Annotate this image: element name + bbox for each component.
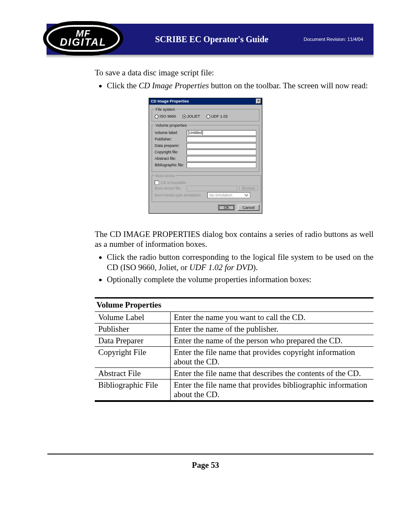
after-bullet-1: Click the radio button corresponding to … bbox=[107, 252, 374, 273]
intro-bullet-1: Click the CD Image Properties button on … bbox=[107, 81, 374, 91]
boot-sector-file-input bbox=[187, 186, 237, 191]
radio-joliet-label: JOLIET bbox=[187, 114, 200, 118]
table-key: Abstract File bbox=[95, 368, 170, 380]
table-row: Volume LabelEnter the name you want to c… bbox=[95, 312, 374, 324]
dialog-title: CD Image Properties bbox=[151, 99, 189, 103]
table-row: Data PreparerEnter the name of the perso… bbox=[95, 335, 374, 347]
guide-title: SCRIBE EC Operator's Guide bbox=[120, 34, 304, 44]
radio-joliet[interactable]: JOLIET bbox=[182, 114, 200, 118]
brand-logo-inner: MF DIGITAL bbox=[47, 25, 120, 52]
bibliographic-file-input[interactable] bbox=[187, 162, 256, 168]
doc-revision: Document Revision: 11/4/04 bbox=[304, 37, 363, 42]
table-key: Publisher bbox=[95, 324, 170, 335]
table-row: PublisherEnter the name of the publisher… bbox=[95, 324, 374, 335]
data-preparer-label: Data preparer: bbox=[155, 143, 185, 148]
radio-udf102-label: UDF 1.02 bbox=[211, 114, 228, 118]
table-value: Enter the file name that describes the c… bbox=[170, 368, 374, 380]
file-system-legend: File system bbox=[155, 107, 176, 112]
close-icon[interactable]: × bbox=[256, 99, 261, 104]
ab1-b: ). bbox=[253, 263, 258, 272]
boot-sector-legend: Boot sector bbox=[155, 174, 176, 178]
document-page: MF DIGITAL SCRIBE EC Operator's Guide Do… bbox=[0, 24, 411, 532]
intro-lead: To save a data disc image script file: bbox=[95, 68, 374, 78]
table-key: Data Preparer bbox=[95, 335, 170, 347]
volume-label-label: Volume label: bbox=[155, 131, 185, 135]
volume-properties-table-wrap: Volume Properties Volume LabelEnter the … bbox=[95, 297, 374, 402]
table-value: Enter the file name that provides copyri… bbox=[170, 347, 374, 368]
copyright-file-input[interactable] bbox=[187, 149, 256, 155]
volume-label-input[interactable] bbox=[187, 130, 256, 136]
table-key: Bibliographic File bbox=[95, 380, 170, 401]
abstract-file-label: Abstract file: bbox=[155, 156, 185, 161]
dialog-titlebar: CD Image Properties × bbox=[149, 98, 262, 105]
cd-image-properties-dialog: CD Image Properties × File system ISO 96… bbox=[149, 98, 262, 214]
abstract-file-input[interactable] bbox=[187, 156, 256, 162]
volume-properties-legend: Volume properties bbox=[155, 123, 188, 128]
intro-text: To save a data disc image script file: C… bbox=[95, 68, 374, 91]
after-para: The CD IMAGE PROPERTIES dialog box conta… bbox=[95, 229, 374, 250]
cd-bootable-checkbox[interactable] bbox=[155, 180, 159, 185]
radio-udf102[interactable]: UDF 1.02 bbox=[206, 114, 228, 118]
radio-iso9660-label: ISO 9660 bbox=[160, 114, 176, 118]
file-system-group: File system ISO 9660 JOLIET UDF 1.02 bbox=[152, 107, 259, 121]
cd-bootable-label: CD is bootable bbox=[161, 180, 186, 185]
table-row: Abstract FileEnter the file name that de… bbox=[95, 368, 374, 380]
page-header: MF DIGITAL SCRIBE EC Operator's Guide Do… bbox=[47, 24, 374, 55]
radio-iso9660[interactable]: ISO 9660 bbox=[155, 114, 176, 118]
b1-italic: CD Image Properties bbox=[139, 81, 209, 90]
volume-properties-table-title: Volume Properties bbox=[95, 297, 374, 311]
table-value: Enter the name you want to call the CD. bbox=[170, 312, 374, 324]
data-preparer-input[interactable] bbox=[187, 143, 256, 149]
volume-properties-group: Volume properties Volume label: Publishe… bbox=[152, 123, 259, 172]
page-number: Page 53 bbox=[0, 460, 411, 470]
ab1-i: UDF 1.02 for DVD bbox=[190, 263, 253, 272]
volume-properties-table: Volume LabelEnter the name you want to c… bbox=[95, 311, 374, 400]
brand-logo: MF DIGITAL bbox=[43, 21, 123, 56]
table-row: Bibliographic FileEnter the file name th… bbox=[95, 380, 374, 401]
ok-button[interactable]: OK bbox=[218, 205, 235, 211]
b1-suffix: button on the toolbar. The screen will n… bbox=[209, 81, 368, 90]
after-bullet-2: Optionally complete the volume propertie… bbox=[107, 274, 374, 285]
table-row: Copyright FileEnter the file name that p… bbox=[95, 347, 374, 368]
table-value: Enter the name of the person who prepare… bbox=[170, 335, 374, 347]
table-value: Enter the name of the publisher. bbox=[170, 324, 374, 335]
bibliographic-file-label: Bibliographic file: bbox=[155, 163, 185, 167]
table-key: Volume Label bbox=[95, 312, 170, 324]
publisher-input[interactable] bbox=[187, 137, 256, 142]
boot-media-emulation-label: Boot media type emulation: bbox=[155, 193, 206, 197]
browse-button: Browse bbox=[239, 186, 258, 191]
footer-rule bbox=[47, 454, 374, 454]
boot-media-emulation-select: No emulation bbox=[207, 192, 250, 198]
logo-text-2: DIGITAL bbox=[60, 38, 106, 47]
copyright-file-label: Copyright file: bbox=[155, 150, 185, 154]
table-value: Enter the file name that provides biblio… bbox=[170, 380, 374, 401]
table-key: Copyright File bbox=[95, 347, 170, 368]
publisher-label: Publisher: bbox=[155, 137, 185, 141]
after-dialog-text: The CD IMAGE PROPERTIES dialog box conta… bbox=[95, 229, 374, 285]
boot-sector-file-label: Boot sector file: bbox=[155, 186, 185, 190]
boot-sector-group: Boot sector CD is bootable Boot sector f… bbox=[152, 174, 261, 202]
cancel-button[interactable]: Cancel bbox=[238, 205, 259, 211]
b1-prefix: Click the bbox=[107, 81, 139, 90]
